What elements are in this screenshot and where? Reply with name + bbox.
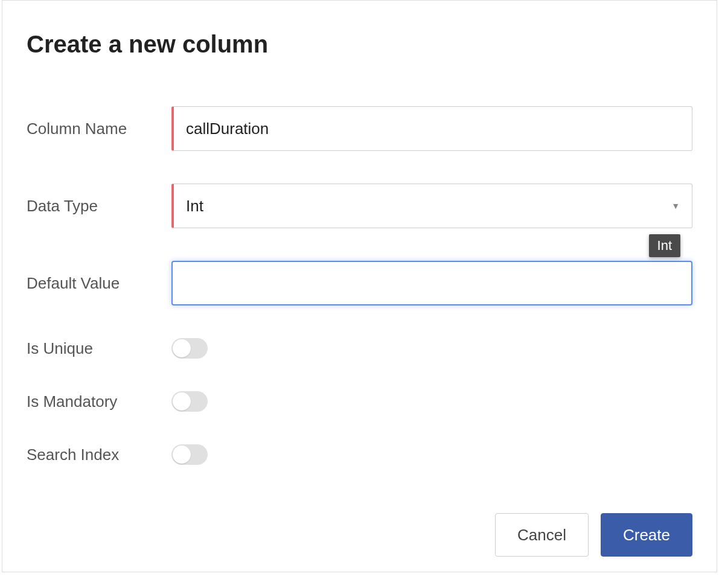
default-value-tooltip: Int bbox=[649, 234, 680, 257]
data-type-select[interactable]: Int ▼ bbox=[171, 184, 692, 228]
is-mandatory-toggle[interactable] bbox=[171, 391, 208, 412]
default-value-input[interactable] bbox=[171, 261, 692, 305]
dialog-actions: Cancel Create bbox=[27, 513, 692, 557]
search-index-row: Search Index bbox=[27, 444, 692, 465]
is-unique-row: Is Unique bbox=[27, 338, 692, 359]
data-type-row: Data Type Int ▼ bbox=[27, 184, 692, 228]
data-type-value: Int bbox=[186, 197, 203, 216]
create-column-dialog: Create a new column Column Name Data Typ… bbox=[2, 0, 717, 572]
default-value-label: Default Value bbox=[27, 274, 171, 293]
toggle-knob bbox=[173, 392, 191, 411]
column-name-input[interactable] bbox=[171, 106, 692, 151]
cancel-button[interactable]: Cancel bbox=[495, 513, 589, 557]
is-mandatory-row: Is Mandatory bbox=[27, 391, 692, 412]
column-name-label: Column Name bbox=[27, 120, 171, 138]
default-value-row: Default Value Int bbox=[27, 261, 692, 305]
toggle-knob bbox=[173, 446, 191, 464]
dialog-title: Create a new column bbox=[27, 31, 692, 58]
create-button[interactable]: Create bbox=[601, 513, 692, 557]
is-unique-toggle[interactable] bbox=[171, 338, 208, 359]
is-mandatory-label: Is Mandatory bbox=[27, 392, 171, 411]
chevron-down-icon: ▼ bbox=[671, 201, 680, 211]
search-index-label: Search Index bbox=[27, 446, 171, 464]
column-name-row: Column Name bbox=[27, 106, 692, 151]
is-unique-label: Is Unique bbox=[27, 339, 171, 358]
search-index-toggle[interactable] bbox=[171, 444, 208, 465]
data-type-label: Data Type bbox=[27, 197, 171, 216]
toggle-knob bbox=[173, 339, 191, 357]
